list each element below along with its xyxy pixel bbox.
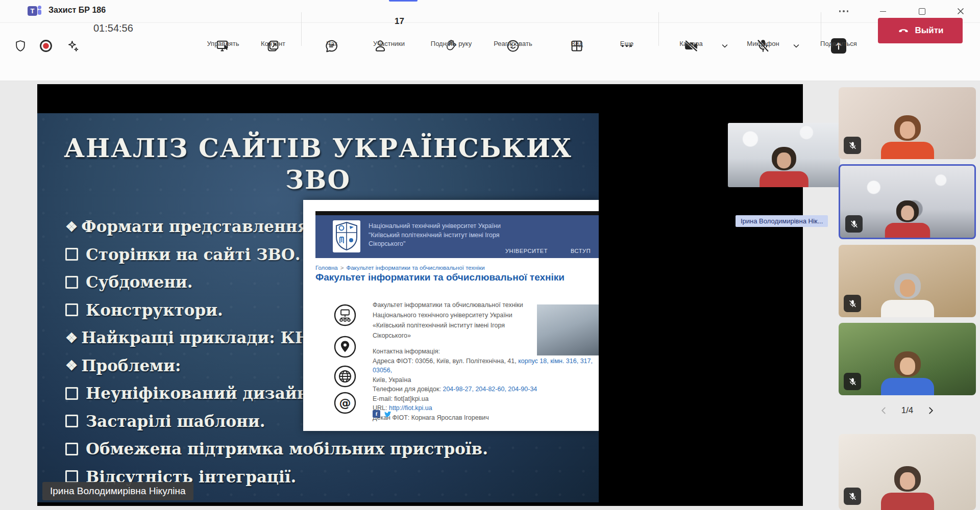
participant-video-tile[interactable] <box>839 245 976 317</box>
phone-hangup-icon <box>897 24 910 37</box>
view-label: Вид <box>571 40 583 47</box>
security-shield-icon <box>14 39 27 53</box>
screen-share-stage: АНАЛІЗ САЙТІВ УКРАЇНСЬКИХ ЗВО ❖Формати п… <box>37 84 803 506</box>
content-label: Контент <box>261 40 285 47</box>
leave-label: Выйти <box>915 26 943 36</box>
mic-off-icon <box>848 141 857 150</box>
diamond-marker-icon: ❖ <box>65 358 78 373</box>
share-label: Поделиться <box>820 40 857 47</box>
mic-muted-badge <box>844 137 861 154</box>
participant-video-tile[interactable] <box>839 323 976 395</box>
window-title: Захист БР 186 <box>48 6 106 15</box>
contact-info: Контактна інформація: Адреса ФІОТ: 03056… <box>373 347 597 422</box>
participant-avatar <box>879 466 936 510</box>
contact-phones: Телефони для довідок: 204-98-27, 204-82-… <box>373 385 597 394</box>
more-label: Еще <box>620 40 633 47</box>
presenter-video-tile[interactable] <box>728 123 840 187</box>
campus-photo <box>537 304 599 355</box>
pager-page-indicator: 1/4 <box>901 405 914 416</box>
breadcrumb-home-link[interactable]: Головна <box>315 265 338 271</box>
globe-icon <box>333 365 357 388</box>
minimize-icon <box>880 11 886 12</box>
square-marker-icon <box>65 387 78 400</box>
participants-count: 17 <box>395 16 404 27</box>
social-icons: f <box>373 410 391 418</box>
participant-video-tile-selected[interactable] <box>839 164 976 239</box>
mic-muted-badge <box>844 373 861 390</box>
square-marker-icon <box>65 303 78 316</box>
close-icon <box>957 8 964 15</box>
ellipsis-icon <box>839 10 849 12</box>
breadcrumb-separator: > <box>340 265 344 271</box>
meeting-timer: 01:54:56 <box>93 22 133 34</box>
manage-label: Управлять <box>207 40 239 47</box>
computer-network-icon <box>333 303 357 327</box>
pager-next-icon[interactable] <box>926 406 936 415</box>
titlebar-accent-strip <box>389 0 418 2</box>
site-menu-university[interactable]: УНІВЕРСИТЕТ <box>505 248 548 254</box>
square-marker-icon <box>65 248 78 261</box>
toolbar-separator <box>301 12 302 46</box>
mic-off-icon <box>848 299 857 309</box>
site-top-black-bar <box>315 211 599 215</box>
mic-options-chevron-icon[interactable] <box>792 42 800 50</box>
leave-button[interactable]: Выйти <box>878 18 963 43</box>
participant-video-tile[interactable] <box>839 434 976 510</box>
kpi-logo-icon <box>333 220 360 252</box>
university-name: Національний технічний університет Украї… <box>369 222 501 249</box>
teams-meeting-window: T Захист БР 186 01:54:56 Управлять Конте… <box>0 0 980 510</box>
raise-hand-label: Поднять руку <box>431 40 472 47</box>
email-at-icon: @ <box>333 391 357 415</box>
breadcrumb-current-link[interactable]: Факультет інформатики та обчислювальної … <box>346 265 484 271</box>
square-marker-icon <box>65 276 78 289</box>
participant-avatar <box>884 200 932 238</box>
twitter-icon[interactable] <box>383 411 391 418</box>
svg-text:@: @ <box>339 396 351 410</box>
contact-email: E-mail: fiot[at]kpi.ua <box>373 394 597 404</box>
site-header: Національний технічний університет Украї… <box>315 215 599 258</box>
contact-address: Адреса ФІОТ: 03056, Київ, вул. Політехні… <box>373 356 597 375</box>
toolbar-separator <box>658 12 659 46</box>
camera-options-chevron-icon[interactable] <box>721 42 729 50</box>
contact-dean: Декан ФІОТ: Корнага Ярослав Ігоревич <box>373 413 597 423</box>
participant-avatar <box>879 273 936 317</box>
participants-label: Участники <box>373 40 405 47</box>
mic-label: Микрофон <box>747 40 779 47</box>
participant-avatar <box>879 351 936 395</box>
mic-muted-badge <box>845 215 863 233</box>
square-marker-icon <box>65 470 78 483</box>
site-menu-admission[interactable]: ВСТУП <box>571 248 591 254</box>
bullet-item: Обмежена підтримка мобільних пристроїв. <box>65 435 488 463</box>
mic-muted-badge <box>844 295 861 312</box>
faculty-description: Факультет інформатики та обчислювальної … <box>373 300 536 341</box>
mic-off-icon <box>848 492 857 501</box>
speaker-name-tooltip: Ірина Володимирівна Нікуліна <box>42 482 193 500</box>
mic-muted-badge <box>844 488 861 505</box>
pager-prev-icon[interactable] <box>879 406 888 415</box>
contact-url: URL: http://fiot.kpi.ua <box>373 403 597 413</box>
diamond-marker-icon: ❖ <box>65 219 78 235</box>
slide-title: АНАЛІЗ САЙТІВ УКРАЇНСЬКИХ ЗВО <box>37 133 599 196</box>
participant-avatar <box>879 115 936 159</box>
location-pin-icon <box>333 335 357 359</box>
teams-logo-icon: T <box>28 5 42 18</box>
square-marker-icon <box>65 415 78 427</box>
react-label: Реагировать <box>494 40 532 47</box>
site-page-title: Факультет інформатики та обчислювальної … <box>315 272 565 283</box>
square-marker-icon <box>65 443 78 455</box>
mic-off-icon <box>848 377 857 387</box>
presenter-name-label: Ірина Володимирівна Нік... <box>736 215 828 227</box>
kpi-website-screenshot: Національний технічний університет Украї… <box>303 200 599 431</box>
contact-address-tail: Київ, Україна <box>373 375 597 385</box>
participant-video-tile[interactable] <box>839 87 976 159</box>
facebook-icon[interactable]: f <box>373 410 380 418</box>
chat-label: Чат <box>326 40 337 47</box>
participants-pager: 1/4 <box>839 402 976 419</box>
site-url-link[interactable]: http://fiot.kpi.ua <box>389 404 432 412</box>
mic-off-icon <box>849 219 859 229</box>
camera-label: Камера <box>679 40 702 47</box>
titlebar-more-button[interactable] <box>832 0 855 22</box>
diamond-marker-icon: ❖ <box>65 330 78 346</box>
recording-indicator-icon <box>39 39 53 53</box>
presenter-avatar <box>758 147 810 187</box>
